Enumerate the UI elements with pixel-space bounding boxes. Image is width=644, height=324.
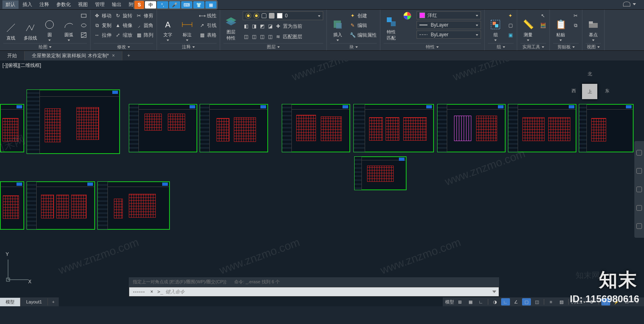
util-calc-button[interactable]: 🧮: [540, 21, 546, 30]
menu-parametric[interactable]: 参数化: [53, 0, 74, 9]
circle-button[interactable]: 圆: [42, 11, 57, 41]
layer-dropdown[interactable]: 0: [243, 11, 323, 20]
ime-toolbar[interactable]: S 中 °, 🎤 ⌨ 👕 ▦: [134, 0, 217, 9]
close-icon[interactable]: ×: [149, 289, 155, 295]
rotate-button[interactable]: ↻旋转: [115, 11, 132, 20]
menu-output[interactable]: 输出: [109, 0, 125, 9]
layer-btn-5[interactable]: ◫: [243, 32, 249, 41]
nav-showmotion-icon[interactable]: [636, 223, 642, 229]
nav-pan-icon[interactable]: [636, 168, 642, 174]
command-input[interactable]: × >_ 键入命令: [129, 287, 499, 297]
ellipse-button[interactable]: [80, 21, 87, 30]
tab-current-file[interactable]: 全屋整装定制 家装样板间 木作定制* ×: [25, 51, 122, 60]
layer-properties-button[interactable]: 图层 特性: [223, 11, 239, 41]
scale-button[interactable]: ⤢缩放: [115, 31, 132, 39]
fillet-button[interactable]: ◞圆角: [136, 21, 153, 30]
insert-block-button[interactable]: 插入: [330, 11, 345, 41]
ime-skin-icon[interactable]: 👕: [193, 1, 204, 8]
layer-iso-button[interactable]: ◧: [243, 22, 249, 31]
text-button[interactable]: A 文字: [160, 11, 175, 41]
new-tab-button[interactable]: +: [122, 53, 135, 58]
menu-manage[interactable]: 管理: [92, 0, 108, 9]
linear-dim-button[interactable]: ⟷线性: [199, 11, 217, 20]
hatch-button[interactable]: [80, 31, 87, 39]
color-dropdown[interactable]: 洋红: [417, 11, 481, 19]
viewcube-top[interactable]: 上: [582, 84, 597, 99]
drawing-sheet[interactable]: [0, 104, 24, 152]
ime-keyboard-icon[interactable]: ⌨: [181, 1, 192, 8]
status-polar-button[interactable]: ◑: [491, 298, 500, 305]
status-lwt-button[interactable]: ≡: [547, 298, 555, 305]
drawing-sheet[interactable]: [27, 89, 120, 154]
viewcube-east[interactable]: 东: [605, 88, 609, 94]
drawing-viewport[interactable]: [-][俯视][二维线框] 北 西 上 东 南 WCS 知末网 www.znzm…: [0, 60, 644, 306]
status-snap-button[interactable]: ▦: [466, 298, 475, 305]
nav-zoom-icon[interactable]: [636, 187, 642, 192]
panel-view-title[interactable]: 视图: [586, 43, 601, 50]
menu-cloud[interactable]: [623, 2, 636, 6]
lineweight-dropdown[interactable]: ByLayer: [417, 21, 481, 29]
drawing-sheet[interactable]: [579, 104, 634, 152]
layer-btn-7[interactable]: ◫: [259, 32, 265, 41]
drawing-sheet[interactable]: [200, 104, 268, 152]
group-edit1-button[interactable]: ▢: [507, 21, 514, 30]
menu-annotate[interactable]: 注释: [36, 0, 52, 9]
layer-btn-8[interactable]: ◫: [267, 32, 273, 41]
menu-default[interactable]: 默认: [2, 0, 19, 9]
copy-clip-button[interactable]: ⧉: [572, 21, 579, 30]
ime-lang[interactable]: 中: [145, 1, 156, 8]
ime-more-icon[interactable]: ▦: [205, 1, 217, 8]
menu-insert[interactable]: 插入: [19, 0, 35, 9]
tab-start[interactable]: 开始: [0, 51, 25, 60]
viewcube-west[interactable]: 西: [572, 88, 576, 94]
drawing-sheet[interactable]: [27, 181, 95, 230]
nav-orbit-icon[interactable]: [636, 205, 642, 211]
panel-annotate-title[interactable]: 注释: [160, 43, 217, 50]
panel-modify-title[interactable]: 修改: [94, 43, 153, 50]
viewcube-north[interactable]: 北: [588, 71, 592, 77]
cut-button[interactable]: ✂: [572, 11, 579, 20]
array-button[interactable]: ▦阵列: [136, 31, 153, 39]
layer-freeze-button[interactable]: ◩: [259, 22, 265, 31]
trim-button[interactable]: ✂修剪: [136, 11, 153, 20]
layer-setcurrent-button[interactable]: ✚置为当前: [275, 22, 302, 31]
nav-wheel-icon[interactable]: [636, 150, 642, 156]
layer-off-button[interactable]: ◨: [251, 22, 257, 31]
status-transparency-button[interactable]: ▨: [557, 298, 566, 305]
panel-properties-title[interactable]: 特性: [384, 43, 481, 50]
ime-punct-icon[interactable]: °,: [157, 1, 168, 8]
dim-button[interactable]: 标注: [180, 11, 195, 41]
arc-button[interactable]: 圆弧: [61, 11, 76, 41]
status-grid-button[interactable]: ⊞: [456, 298, 464, 305]
block-editattr-button[interactable]: 🔧编辑属性: [349, 31, 377, 39]
drawing-sheet[interactable]: [353, 104, 434, 152]
match-props-button[interactable]: 特性 匹配: [384, 11, 399, 41]
add-layout-button[interactable]: +: [48, 299, 58, 304]
drawing-sheet[interactable]: [354, 156, 407, 190]
drawing-sheet[interactable]: [282, 104, 350, 152]
drag-handle-icon[interactable]: [132, 291, 146, 293]
panel-utils-title[interactable]: 实用工具: [520, 43, 546, 50]
tab-layout1[interactable]: Layout1: [21, 298, 48, 305]
layer-lock-button[interactable]: ◪: [267, 22, 273, 31]
group-edit2-button[interactable]: ▣: [507, 31, 514, 39]
mirror-button[interactable]: ▲镜像: [115, 21, 132, 30]
status-osnap-button[interactable]: ▢: [522, 298, 531, 305]
color-wheel-icon[interactable]: [403, 11, 413, 21]
drawing-sheet[interactable]: [0, 181, 24, 230]
panel-draw-title[interactable]: 绘图: [3, 43, 87, 50]
util-select-button[interactable]: ↖: [540, 11, 546, 20]
table-button[interactable]: ▦表格: [199, 31, 217, 39]
status-track-button[interactable]: ∠: [512, 298, 520, 305]
menu-view[interactable]: 视图: [75, 0, 91, 9]
panel-layers-title[interactable]: 图层: [223, 43, 323, 50]
drawing-sheet[interactable]: [508, 104, 576, 152]
status-infer-button[interactable]: ∟: [477, 298, 485, 305]
group-create-button[interactable]: ✦: [507, 11, 514, 20]
tab-model[interactable]: 模型: [0, 298, 21, 306]
panel-clipboard-title[interactable]: 剪贴板: [553, 43, 579, 50]
status-model-label[interactable]: 模型: [445, 299, 454, 305]
ime-mic-icon[interactable]: 🎤: [169, 1, 180, 8]
viewport-label[interactable]: [-][俯视][二维线框]: [2, 62, 41, 69]
paste-button[interactable]: 📋 粘贴: [553, 11, 568, 41]
